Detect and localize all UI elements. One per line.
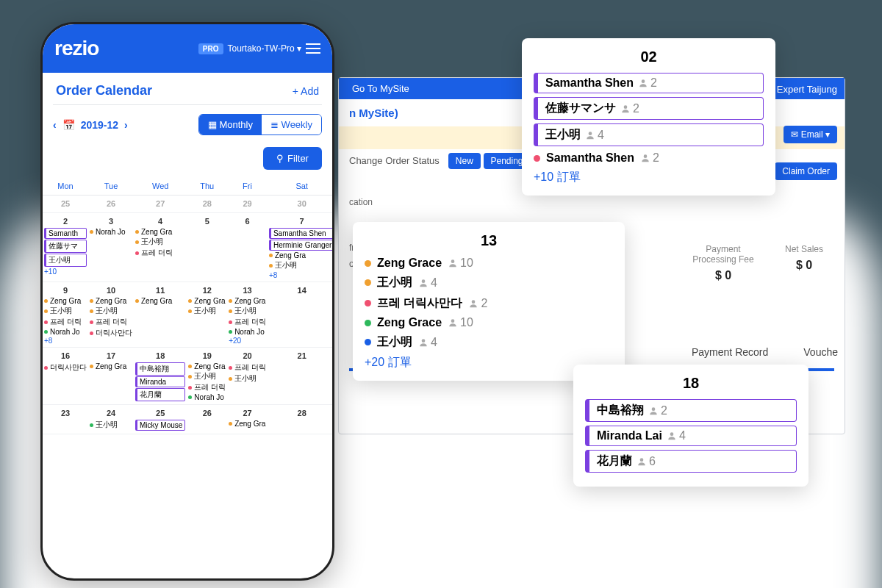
calendar-cell[interactable]: 23 [43,405,88,434]
current-month[interactable]: 2019-12 [81,119,118,131]
order-row[interactable]: 王小明4 [365,334,613,350]
order-row[interactable]: 프레 더릭 [44,317,87,327]
order-chip[interactable]: 花月蘭6 [585,450,797,473]
order-row[interactable]: Norah Jo [44,328,87,336]
order-chip[interactable]: Samanth [44,228,87,239]
claim-order-button[interactable]: Claim Order [775,162,837,180]
calendar-cell[interactable]: 3Norah Jo [88,213,134,282]
order-row[interactable]: Zeng Gra [229,420,266,428]
order-row[interactable]: Zeng Gra [44,297,87,305]
calendar-cell[interactable]: 30 [268,196,334,213]
view-segmented-control[interactable]: ▦ Monthly ≣ Weekly [198,114,322,135]
order-row[interactable]: Zeng Gra [188,362,226,370]
order-row[interactable]: Zeng Gra [188,297,226,305]
order-row[interactable]: 王小明4 [365,275,613,290]
order-row[interactable]: 프레 더릭 [188,382,226,392]
menu-icon[interactable] [306,43,320,54]
next-month-button[interactable]: › [124,119,128,131]
order-row[interactable]: 프레 더릭 [90,317,132,327]
calendar-cell[interactable]: 20프레 더릭王小明 [227,348,268,405]
calendar-cell[interactable]: 18中島裕翔Miranda花月蘭 [134,348,187,405]
calendar-cell[interactable]: 17Zeng Gra [88,348,134,405]
order-chip[interactable]: Samantha Shen2 [534,73,764,93]
order-row[interactable]: Zeng Grace10 [365,316,613,329]
calendar-cell[interactable]: 14 [268,282,334,348]
calendar-cell[interactable]: 5 [187,213,227,282]
order-row[interactable]: Zeng Gra [269,251,334,259]
order-chip[interactable]: 中島裕翔2 [585,399,797,422]
calendar-cell[interactable]: 24王小明 [88,405,134,434]
tab-voucher[interactable]: Vouche [803,346,838,358]
order-row[interactable]: Zeng Gra [229,297,266,305]
order-row[interactable]: 프레 더릭 [229,317,266,327]
calendar-cell[interactable]: 2Samanth佐藤サマ王小明+10 [43,213,88,282]
order-row[interactable]: Zeng Grace10 [365,257,613,270]
order-row[interactable]: Samantha Shen 2 [534,151,764,165]
calendar-cell[interactable]: 25 [43,196,88,213]
order-chip[interactable]: 王小明4 [534,123,764,146]
order-row[interactable]: Norah Jo [90,228,132,236]
order-chip[interactable]: 佐藤サマンサ2 [534,97,764,120]
order-row[interactable]: Norah Jo [188,393,226,401]
order-chip[interactable]: Miranda [135,376,185,387]
order-row[interactable]: 프레 더릭 [229,362,266,373]
tab-payment-record[interactable]: Payment Record [692,346,768,358]
order-row[interactable]: 王小明 [188,371,226,381]
calendar-icon[interactable]: 📅 [62,119,75,131]
email-button[interactable]: ✉ Email ▾ [784,126,837,143]
calendar-cell[interactable]: 26 [187,405,227,434]
order-row[interactable]: 프레 더릭 [135,248,185,258]
order-chip[interactable]: 花月蘭 [135,388,185,401]
calendar-cell[interactable]: 7Samantha ShenHerminie GrangerZeng Gra王小… [268,213,334,282]
order-row[interactable]: 王小明 [229,306,266,316]
order-row[interactable]: 王小明 [135,237,185,247]
order-row[interactable]: 王小明 [44,306,87,316]
calendar-cell[interactable]: 19Zeng Gra王小明프레 더릭Norah Jo [187,348,227,405]
calendar-cell[interactable]: 12Zeng Gra王小明 [187,282,227,348]
order-row[interactable]: Norah Jo [229,328,266,336]
more-orders-link[interactable]: +10 訂單 [534,170,764,185]
calendar-cell[interactable]: 13Zeng Gra王小明프레 더릭Norah Jo+20 [227,282,268,348]
order-row[interactable]: 프레 더릭사만다2 [365,295,613,311]
calendar-cell[interactable]: 16더릭사만다 [43,348,88,405]
calendar-cell[interactable]: 26 [88,196,134,213]
filter-button[interactable]: ⚲ Filter [263,147,322,170]
order-chip[interactable]: Micky Mouse [135,420,185,431]
status-button[interactable]: New [448,153,481,169]
calendar-cell[interactable]: 27 [134,196,187,213]
order-chip[interactable]: 中島裕翔 [135,362,185,376]
order-row[interactable]: Zeng Gra [90,362,132,370]
calendar-cell[interactable]: 29 [227,196,268,213]
order-row[interactable]: 王小明 [269,260,334,270]
more-link[interactable]: +20 [229,337,266,345]
goto-mysite-link[interactable]: Go To MySite [352,83,409,94]
order-row[interactable]: 더릭사만다 [90,328,132,338]
more-link[interactable]: +8 [44,337,87,345]
calendar-cell[interactable]: 25Micky Mouse [134,405,187,434]
order-chip[interactable]: 王小明 [44,254,87,267]
order-row[interactable]: Zeng Gra [90,297,132,305]
view-monthly[interactable]: ▦ Monthly [199,115,262,135]
calendar-cell[interactable]: 6 [227,213,268,282]
calendar-cell[interactable]: 9Zeng Gra王小明프레 더릭Norah Jo+8 [43,282,88,348]
order-row[interactable]: 王小明 [90,420,132,430]
order-row[interactable]: Zeng Gra [135,228,185,236]
calendar-cell[interactable]: 10Zeng Gra王小明프레 더릭더릭사만다 [88,282,134,348]
order-row[interactable]: 王小明 [90,306,132,316]
calendar-cell[interactable]: 27Zeng Gra [227,405,268,434]
order-row[interactable]: 王小明 [229,373,266,384]
calendar-cell[interactable]: 11Zeng Gra [134,282,187,348]
calendar-cell[interactable]: 4Zeng Gra王小明프레 더릭 [134,213,187,282]
more-link[interactable]: +8 [269,271,334,279]
order-chip[interactable]: Samantha Shen [269,228,334,239]
calendar-cell[interactable]: 28 [268,405,334,434]
order-row[interactable]: Zeng Gra [135,297,185,305]
order-row[interactable]: 더릭사만다 [44,362,87,373]
org-selector[interactable]: Tourtako-TW-Pro ▾ [228,43,301,54]
order-chip[interactable]: 佐藤サマ [44,240,87,253]
calendar-cell[interactable]: 21 [268,348,334,405]
view-weekly[interactable]: ≣ Weekly [262,115,321,135]
prev-month-button[interactable]: ‹ [53,119,57,131]
order-chip[interactable]: Miranda Lai4 [585,426,797,446]
add-button[interactable]: + Add [293,85,319,97]
